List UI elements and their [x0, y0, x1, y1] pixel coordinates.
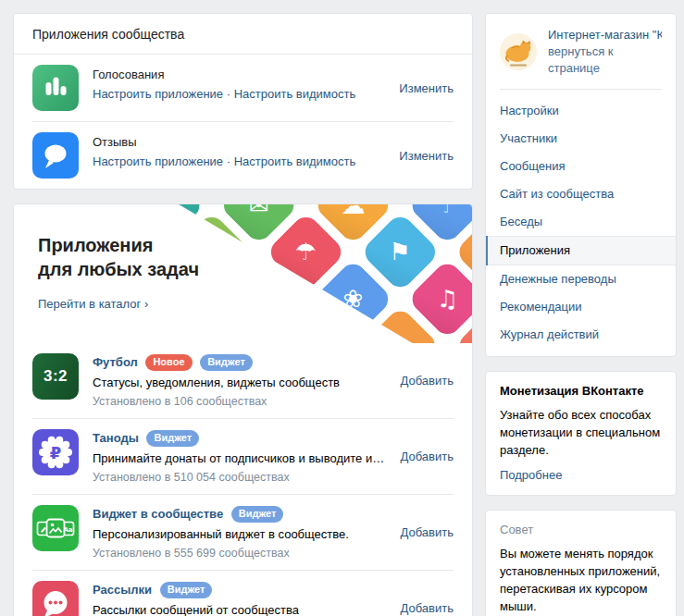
app-info: Футбол Новое Виджет Статусы, уведомления…: [93, 353, 340, 408]
divider: [500, 89, 662, 90]
widget-badge: Виджет: [160, 582, 213, 598]
community-header: Интернет-магазин "Кисо... вернуться к ст…: [486, 14, 676, 87]
community-name-link[interactable]: Интернет-магазин "Кисо...: [548, 27, 662, 43]
monetization-title: Монетизация ВКонтакте: [500, 384, 662, 398]
tip-title: Совет: [500, 523, 662, 536]
app-info: Таноды Виджет Принимайте донаты от подпи…: [93, 429, 390, 484]
sidebar-item-members[interactable]: Участники: [486, 125, 676, 153]
svg-text:₽: ₽: [50, 443, 62, 462]
app-title-line: Рассылки Виджет: [93, 582, 299, 598]
configure-visibility-link[interactable]: Настроить видимость: [234, 154, 356, 168]
widget-badge: Виджет: [146, 430, 199, 447]
widget-cards-icon: Aa: [32, 505, 79, 551]
community-menu: Настройки Участники Сообщения Сайт из со…: [486, 94, 676, 356]
installed-app-row-polls: Голосования Настроить приложение · Настр…: [14, 55, 472, 121]
community-avatar[interactable]: [500, 33, 537, 70]
apps-catalog-banner[interactable]: ✈☀✿☁⚑♫★♥✉☂❀✈☀✿☁⚑♫★♥✉☂❀✈☀✿☁⚑♫★♥✉☂❀✈☀✿☁⚑♫★…: [14, 204, 472, 343]
banner-text: Приложения для любых задач Перейти в кат…: [14, 204, 472, 311]
add-button[interactable]: Добавить: [390, 374, 454, 388]
community-menu-card: Интернет-магазин "Кисо... вернуться к ст…: [485, 13, 677, 357]
app-title[interactable]: Таноды: [93, 431, 139, 445]
app-settings-links: Настроить приложение · Настроить видимос…: [93, 154, 355, 168]
app-description: Рассылки сообщений от сообщества: [93, 603, 299, 616]
app-description: Персонализированный виджет в сообществе.: [93, 527, 349, 541]
app-tile-icon: ❀: [171, 306, 253, 343]
newsletters-app-icon[interactable]: [32, 581, 79, 616]
monetization-more-link[interactable]: Подробнее: [500, 468, 562, 482]
app-title[interactable]: Футбол: [93, 355, 138, 369]
configure-app-link[interactable]: Настроить приложение: [93, 154, 223, 168]
reviews-app-icon[interactable]: [32, 132, 79, 179]
app-install-count: Установлено в 555 699 сообществах: [93, 547, 349, 560]
sidebar-item-recommendations[interactable]: Рекомендации: [486, 293, 676, 321]
app-title[interactable]: Рассылки: [93, 583, 152, 597]
app-description: Статусы, уведомления, виджеты сообществ: [93, 376, 340, 389]
community-apps-card: Приложения сообщества Голосования Настро…: [13, 13, 473, 190]
tip-card: Совет Вы можете менять порядок установле…: [485, 510, 677, 616]
app-title-line: Виджет в сообществе Виджет: [93, 506, 349, 523]
catalog-row-football: 3:2 Футбол Новое Виджет Статусы, уведомл…: [14, 343, 472, 418]
edit-button[interactable]: Изменить: [388, 149, 454, 163]
monetization-card: Монетизация ВКонтакте Узнайте обо всех с…: [485, 371, 677, 496]
main-column: Приложения сообщества Голосования Настро…: [13, 13, 473, 616]
add-button[interactable]: Добавить: [390, 601, 454, 615]
speech-bubble-icon: [32, 132, 79, 179]
app-description: Принимайте донаты от подписчиков и вывод…: [93, 451, 390, 465]
chat-dots-icon: [32, 581, 79, 616]
app-title[interactable]: Виджет в сообществе: [93, 507, 223, 521]
add-button[interactable]: Добавить: [390, 450, 454, 463]
widget-badge: Виджет: [200, 354, 253, 371]
app-info: Виджет в сообществе Виджет Персонализиро…: [93, 505, 349, 560]
sidebar-item-apps[interactable]: Приложения: [486, 236, 676, 265]
sidebar-item-money-transfers[interactable]: Денежные переводы: [486, 265, 676, 293]
catalog-row-tanody: ₽ Таноды Виджет Принимайте донаты от под…: [14, 419, 472, 494]
poll-bars-icon: [32, 65, 79, 111]
links-separator: ·: [227, 87, 230, 101]
app-tile-icon: ⚑: [77, 306, 158, 343]
edit-button[interactable]: Изменить: [388, 81, 454, 95]
app-install-count: Установлено в 106 сообществах: [93, 395, 340, 408]
app-install-count: Установлено в 510 054 сообществах: [93, 471, 390, 484]
sidebar-item-action-log[interactable]: Журнал действий: [486, 321, 676, 349]
add-button[interactable]: Добавить: [390, 525, 454, 539]
sidebar-item-community-site[interactable]: Сайт из сообщества: [486, 180, 676, 208]
catalog-row-community-widget: Aa Виджет в сообществе Виджет Персонализ…: [14, 495, 472, 570]
page-title: Приложения сообщества: [14, 14, 472, 55]
sidebar: Интернет-магазин "Кисо... вернуться к ст…: [485, 13, 677, 616]
app-title-line: Футбол Новое Виджет: [93, 354, 340, 371]
community-widget-app-icon[interactable]: Aa: [32, 505, 79, 551]
apps-catalog-card: ✈☀✿☁⚑♫★♥✉☂❀✈☀✿☁⚑♫★♥✉☂❀✈☀✿☁⚑♫★♥✉☂❀✈☀✿☁⚑♫★…: [13, 203, 473, 616]
score-icon: 3:2: [44, 367, 68, 386]
go-to-catalog-link[interactable]: Перейти в каталог ›: [38, 297, 148, 311]
donations-app-icon[interactable]: ₽: [32, 429, 79, 475]
app-title[interactable]: Отзывы: [93, 135, 355, 149]
app-tile-icon: ♫: [266, 306, 347, 343]
cat-avatar-icon: [500, 33, 537, 70]
catalog-row-newsletters: Рассылки Виджет Рассылки сообщений от со…: [14, 571, 472, 616]
svg-text:Aa: Aa: [63, 526, 72, 534]
tip-text: Вы можете менять порядок установленных п…: [500, 545, 662, 615]
installed-app-row-reviews: Отзывы Настроить приложение · Настроить …: [14, 122, 472, 189]
football-app-icon[interactable]: 3:2: [32, 353, 79, 400]
polls-app-icon[interactable]: [32, 65, 79, 111]
widget-badge: Виджет: [231, 506, 284, 523]
monetization-text: Узнайте обо всех способах монетизации в …: [500, 406, 662, 459]
app-title[interactable]: Голосования: [93, 68, 355, 81]
back-to-page-link[interactable]: вернуться к странице: [548, 43, 662, 77]
configure-visibility-link[interactable]: Настроить видимость: [234, 87, 356, 101]
ruble-seal-icon: ₽: [32, 429, 79, 475]
community-info: Интернет-магазин "Кисо... вернуться к ст…: [548, 27, 662, 77]
links-separator: ·: [227, 154, 230, 168]
new-badge: Новое: [145, 354, 192, 371]
configure-app-link[interactable]: Настроить приложение: [93, 87, 223, 101]
app-info: Отзывы Настроить приложение · Настроить …: [93, 132, 355, 168]
banner-title: Приложения для любых задач: [38, 233, 472, 281]
app-settings-links: Настроить приложение · Настроить видимос…: [93, 87, 355, 101]
app-title-line: Таноды Виджет: [93, 430, 390, 447]
sidebar-item-chats[interactable]: Беседы: [486, 208, 676, 236]
sidebar-item-messages[interactable]: Сообщения: [486, 153, 676, 180]
app-info: Рассылки Виджет Рассылки сообщений от со…: [93, 581, 299, 616]
sidebar-item-settings[interactable]: Настройки: [486, 97, 676, 125]
app-info: Голосования Настроить приложение · Настр…: [93, 65, 355, 101]
